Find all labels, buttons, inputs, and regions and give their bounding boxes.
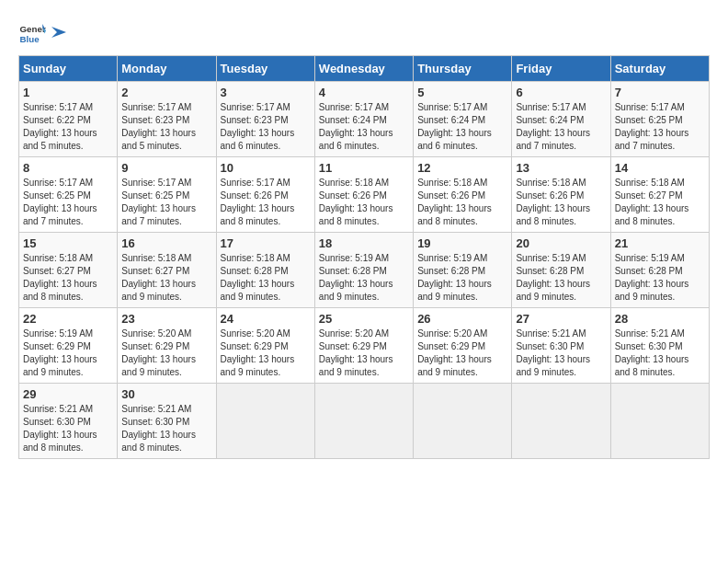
svg-text:General: General [20, 24, 47, 34]
daylight-text: Daylight: 13 hours and 8 minutes. [615, 353, 705, 379]
sunset-text: Sunset: 6:28 PM [516, 265, 606, 278]
daylight-text: Daylight: 13 hours and 9 minutes. [121, 278, 211, 304]
daylight-text: Daylight: 13 hours and 9 minutes. [319, 353, 409, 379]
day-info: Sunrise: 5:18 AM Sunset: 6:26 PM Dayligh… [516, 177, 606, 228]
sunset-text: Sunset: 6:29 PM [319, 340, 409, 353]
day-info: Sunrise: 5:17 AM Sunset: 6:25 PM Dayligh… [121, 177, 211, 228]
sunset-text: Sunset: 6:29 PM [121, 340, 211, 353]
day-number: 29 [23, 387, 113, 401]
day-cell: 7 Sunrise: 5:17 AM Sunset: 6:25 PM Dayli… [610, 82, 709, 157]
logo-text-block [50, 23, 68, 41]
sunrise-text: Sunrise: 5:20 AM [319, 327, 409, 340]
sunrise-text: Sunrise: 5:18 AM [23, 252, 113, 265]
day-cell [512, 384, 610, 459]
day-number: 5 [417, 86, 507, 99]
day-info: Sunrise: 5:21 AM Sunset: 6:30 PM Dayligh… [23, 403, 113, 454]
day-number: 13 [516, 161, 606, 175]
day-number: 12 [417, 161, 507, 175]
day-info: Sunrise: 5:18 AM Sunset: 6:27 PM Dayligh… [121, 252, 211, 304]
daylight-text: Daylight: 13 hours and 8 minutes. [221, 202, 311, 228]
day-number: 21 [615, 236, 705, 250]
day-info: Sunrise: 5:21 AM Sunset: 6:30 PM Dayligh… [121, 403, 211, 454]
header: General Blue [18, 18, 710, 46]
sunrise-text: Sunrise: 5:17 AM [121, 101, 211, 114]
daylight-text: Daylight: 13 hours and 7 minutes. [516, 127, 606, 153]
day-number: 15 [23, 236, 113, 250]
day-cell: 25 Sunrise: 5:20 AM Sunset: 6:29 PM Dayl… [314, 308, 413, 384]
day-cell: 9 Sunrise: 5:17 AM Sunset: 6:25 PM Dayli… [118, 157, 216, 233]
week-row-1: 1 Sunrise: 5:17 AM Sunset: 6:22 PM Dayli… [19, 82, 710, 157]
day-cell: 3 Sunrise: 5:17 AM Sunset: 6:23 PM Dayli… [216, 82, 314, 157]
sunrise-text: Sunrise: 5:19 AM [615, 252, 705, 265]
sunset-text: Sunset: 6:30 PM [23, 416, 113, 429]
day-number: 26 [417, 312, 507, 326]
day-info: Sunrise: 5:18 AM Sunset: 6:26 PM Dayligh… [417, 177, 507, 228]
day-info: Sunrise: 5:20 AM Sunset: 6:29 PM Dayligh… [121, 327, 211, 379]
daylight-text: Daylight: 13 hours and 9 minutes. [417, 278, 507, 304]
week-row-3: 15 Sunrise: 5:18 AM Sunset: 6:27 PM Dayl… [19, 233, 710, 308]
day-cell: 19 Sunrise: 5:19 AM Sunset: 6:28 PM Dayl… [414, 233, 512, 308]
sunset-text: Sunset: 6:24 PM [516, 114, 606, 127]
day-number: 2 [121, 86, 211, 99]
day-number: 17 [221, 236, 311, 250]
day-number: 25 [319, 312, 409, 326]
day-cell: 21 Sunrise: 5:19 AM Sunset: 6:28 PM Dayl… [610, 233, 709, 308]
sunset-text: Sunset: 6:29 PM [23, 340, 113, 353]
day-cell: 17 Sunrise: 5:18 AM Sunset: 6:28 PM Dayl… [216, 233, 314, 308]
sunset-text: Sunset: 6:30 PM [121, 416, 211, 429]
sunset-text: Sunset: 6:23 PM [121, 114, 211, 127]
day-number: 23 [121, 312, 211, 326]
header-wednesday: Wednesday [314, 56, 413, 82]
day-cell: 11 Sunrise: 5:18 AM Sunset: 6:26 PM Dayl… [314, 157, 413, 233]
day-info: Sunrise: 5:21 AM Sunset: 6:30 PM Dayligh… [516, 327, 606, 379]
svg-text:Blue: Blue [20, 34, 40, 44]
daylight-text: Daylight: 13 hours and 9 minutes. [516, 353, 606, 379]
day-info: Sunrise: 5:20 AM Sunset: 6:29 PM Dayligh… [417, 327, 507, 379]
day-cell: 4 Sunrise: 5:17 AM Sunset: 6:24 PM Dayli… [314, 82, 413, 157]
day-number: 1 [23, 86, 113, 99]
week-row-4: 22 Sunrise: 5:19 AM Sunset: 6:29 PM Dayl… [19, 308, 710, 384]
day-number: 22 [23, 312, 113, 326]
day-cell [610, 384, 709, 459]
daylight-text: Daylight: 13 hours and 5 minutes. [121, 127, 211, 153]
daylight-text: Daylight: 13 hours and 9 minutes. [221, 353, 311, 379]
day-cell: 2 Sunrise: 5:17 AM Sunset: 6:23 PM Dayli… [118, 82, 216, 157]
daylight-text: Daylight: 13 hours and 9 minutes. [615, 278, 705, 304]
daylight-text: Daylight: 13 hours and 9 minutes. [23, 353, 113, 379]
day-number: 19 [417, 236, 507, 250]
day-cell: 8 Sunrise: 5:17 AM Sunset: 6:25 PM Dayli… [19, 157, 118, 233]
sunrise-text: Sunrise: 5:17 AM [221, 177, 311, 190]
svg-marker-4 [51, 27, 66, 38]
sunset-text: Sunset: 6:24 PM [417, 114, 507, 127]
day-cell: 6 Sunrise: 5:17 AM Sunset: 6:24 PM Dayli… [512, 82, 610, 157]
day-cell: 30 Sunrise: 5:21 AM Sunset: 6:30 PM Dayl… [118, 384, 216, 459]
day-info: Sunrise: 5:18 AM Sunset: 6:26 PM Dayligh… [319, 177, 409, 228]
sunset-text: Sunset: 6:23 PM [221, 114, 311, 127]
sunrise-text: Sunrise: 5:18 AM [516, 177, 606, 190]
sunrise-text: Sunrise: 5:18 AM [615, 177, 705, 190]
sunset-text: Sunset: 6:26 PM [417, 190, 507, 202]
daylight-text: Daylight: 13 hours and 9 minutes. [221, 278, 311, 304]
day-info: Sunrise: 5:21 AM Sunset: 6:30 PM Dayligh… [615, 327, 705, 379]
sunset-text: Sunset: 6:28 PM [417, 265, 507, 278]
day-cell [414, 384, 512, 459]
sunrise-text: Sunrise: 5:21 AM [121, 403, 211, 416]
daylight-text: Daylight: 13 hours and 7 minutes. [121, 202, 211, 228]
day-cell: 15 Sunrise: 5:18 AM Sunset: 6:27 PM Dayl… [19, 233, 118, 308]
sunrise-text: Sunrise: 5:18 AM [319, 177, 409, 190]
sunset-text: Sunset: 6:26 PM [516, 190, 606, 202]
day-number: 4 [319, 86, 409, 99]
day-number: 27 [516, 312, 606, 326]
day-cell: 18 Sunrise: 5:19 AM Sunset: 6:28 PM Dayl… [314, 233, 413, 308]
day-cell: 10 Sunrise: 5:17 AM Sunset: 6:26 PM Dayl… [216, 157, 314, 233]
day-cell: 26 Sunrise: 5:20 AM Sunset: 6:29 PM Dayl… [414, 308, 512, 384]
sunset-text: Sunset: 6:30 PM [516, 340, 606, 353]
day-info: Sunrise: 5:18 AM Sunset: 6:28 PM Dayligh… [221, 252, 311, 304]
day-cell [216, 384, 314, 459]
sunset-text: Sunset: 6:27 PM [121, 265, 211, 278]
sunrise-text: Sunrise: 5:19 AM [23, 327, 113, 340]
day-number: 14 [615, 161, 705, 175]
daylight-text: Daylight: 13 hours and 6 minutes. [417, 127, 507, 153]
daylight-text: Daylight: 13 hours and 7 minutes. [23, 202, 113, 228]
header-sunday: Sunday [19, 56, 118, 82]
